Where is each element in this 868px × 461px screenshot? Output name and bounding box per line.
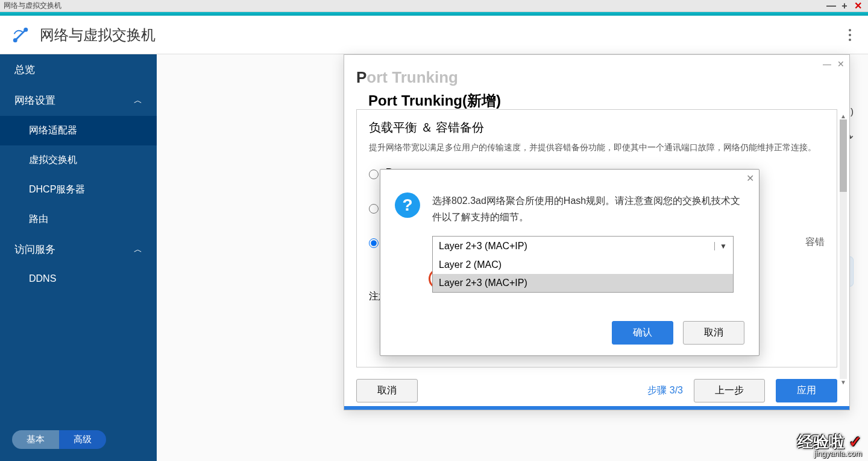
maximize-button[interactable]: + (838, 1, 851, 11)
section-title: 负载平衡 ＆ 容错备份 (369, 119, 825, 136)
step-indicator: 步骤 3/3 (647, 384, 683, 397)
mode-basic[interactable]: 基本 (12, 430, 59, 449)
sidebar: 总览 网络设置 ︿ 网络适配器 虚拟交换机 DHCP服务器 路由 访问服务 ︿ … (0, 54, 157, 461)
hash-rule-dialog: ✕ ? 选择802.3ad网络聚合所使用的Hash规则。请注意查阅您的交换机技术… (380, 169, 760, 356)
sidebar-item-overview[interactable]: 总览 (0, 54, 157, 85)
scroll-up-icon[interactable]: ▲ (840, 113, 847, 119)
dialog-message: 选择802.3ad网络聚合所使用的Hash规则。请注意查阅您的交换机技术文件以了… (432, 192, 744, 225)
sidebar-label: 路由 (29, 213, 48, 226)
close-icon[interactable]: ✕ (837, 59, 844, 69)
dialog-close-icon[interactable]: ✕ (746, 173, 754, 184)
hash-option-layer23[interactable]: Layer 2+3 (MAC+IP) (433, 274, 733, 292)
hash-select[interactable]: Layer 2+3 (MAC+IP) ▼ (432, 236, 734, 256)
os-titlebar: 网络与虚拟交换机 — + ✕ (0, 0, 868, 12)
question-icon: ? (395, 192, 420, 218)
sidebar-label: DDNS (29, 273, 56, 284)
chevron-up-icon: ︿ (134, 244, 142, 255)
hash-option-layer2[interactable]: Layer 2 (MAC) (433, 256, 733, 274)
wizard-cancel-button[interactable]: 取消 (356, 379, 418, 402)
content-area: ︿ 默认网关 : Adapter 2 (自动) ＋ Port Trunking … (157, 54, 868, 461)
wizard-footer: 取消 步骤 3/3 上一步 应用 (356, 379, 837, 402)
sidebar-label: 访问服务 (14, 243, 55, 256)
wizard-prev-button[interactable]: 上一步 (694, 379, 765, 402)
app-header: 网络与虚拟交换机 (0, 16, 868, 54)
wizard-scrollbar[interactable]: ▲ ▼ (840, 113, 847, 390)
sidebar-label: 虚拟交换机 (29, 154, 77, 167)
app-menu-button[interactable] (844, 24, 856, 46)
scroll-down-icon[interactable]: ▼ (840, 379, 847, 386)
watermark: 经验啦 ✓ jingyanla.com (797, 434, 862, 457)
label: 基本 (27, 434, 45, 444)
label: 高级 (74, 434, 92, 444)
minimize-icon[interactable]: — (823, 59, 831, 69)
sidebar-item-ddns[interactable]: DDNS (0, 265, 157, 293)
check-icon: ✓ (849, 433, 862, 451)
scroll-thumb[interactable] (840, 119, 847, 192)
progress-bar (344, 406, 849, 410)
radio-input[interactable] (369, 170, 379, 179)
mode-advanced[interactable]: 高级 (59, 430, 106, 449)
sidebar-item-vswitch[interactable]: 虚拟交换机 (0, 145, 157, 175)
tail-text: 容错 (805, 236, 825, 249)
sidebar-group-access[interactable]: 访问服务 ︿ (0, 234, 157, 265)
scroll-track[interactable] (840, 119, 847, 379)
wm-text: 经验啦 (797, 433, 844, 451)
dialog-cancel-button[interactable]: 取消 (683, 321, 744, 345)
sidebar-label: DHCP服务器 (29, 183, 85, 196)
dialog-ok-button[interactable]: 确认 (612, 321, 673, 345)
radio-input[interactable] (369, 204, 379, 214)
sidebar-label: 总览 (14, 63, 35, 77)
os-title: 网络与虚拟交换机 (4, 1, 61, 11)
ghost-title: Port Trunking (356, 68, 458, 87)
sidebar-item-route[interactable]: 路由 (0, 205, 157, 234)
app-logo-icon (12, 27, 29, 43)
chevron-up-icon: ︿ (134, 95, 142, 106)
wizard-title: Port Trunking(新增) (368, 91, 501, 110)
radio-input[interactable] (369, 238, 379, 248)
sidebar-item-adapter[interactable]: 网络适配器 (0, 116, 157, 145)
sidebar-label: 网络设置 (14, 94, 55, 107)
sidebar-label: 网络适配器 (29, 124, 77, 137)
close-button[interactable]: ✕ (851, 0, 864, 11)
minimize-button[interactable]: — (825, 1, 838, 11)
hash-dropdown: Layer 2 (MAC) Layer 2+3 (MAC+IP) (432, 256, 734, 293)
mode-toggle: 基本 高级 (12, 430, 106, 449)
hash-select-wrap: Layer 2+3 (MAC+IP) ▼ Layer 2 (MAC) Layer… (432, 236, 734, 256)
selected-value: Layer 2+3 (MAC+IP) (439, 241, 527, 252)
chevron-down-icon: ▼ (714, 242, 727, 250)
wizard-apply-button[interactable]: 应用 (776, 379, 837, 402)
sidebar-item-dhcp[interactable]: DHCP服务器 (0, 175, 157, 205)
app-title: 网络与虚拟交换机 (40, 25, 156, 45)
sidebar-group-network[interactable]: 网络设置 ︿ (0, 85, 157, 116)
section-desc: 提升网络带宽以满足多位用户的传输速度，并提供容错备份功能，即使其中一个通讯端口故… (369, 141, 825, 155)
